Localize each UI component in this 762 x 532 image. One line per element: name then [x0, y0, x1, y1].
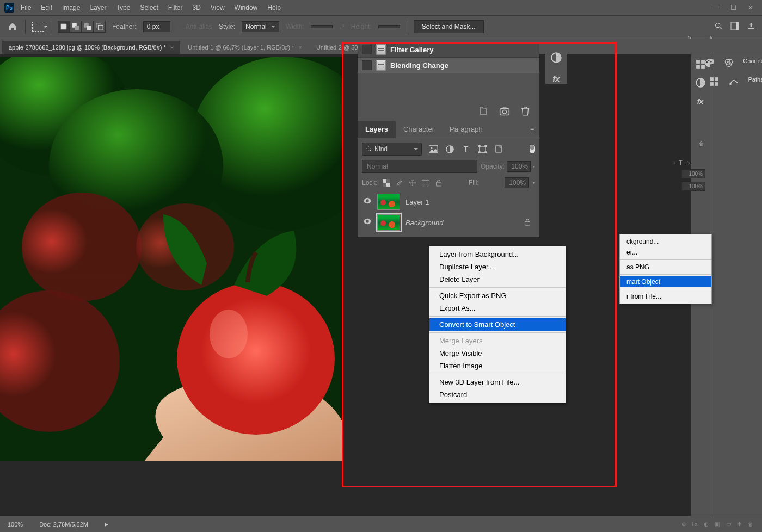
layer-row[interactable]: Layer 1 [362, 191, 535, 212]
menu-layer[interactable]: Layer [90, 4, 106, 11]
share-icon[interactable] [747, 22, 755, 32]
sel-new-icon[interactable] [58, 21, 70, 33]
feather-input[interactable]: 0 px [143, 21, 170, 32]
layer-row[interactable]: Background [362, 212, 535, 233]
trash-icon[interactable] [521, 106, 530, 117]
panel-menu-icon[interactable]: ≡ [525, 126, 539, 133]
color-panel-icon[interactable] [704, 58, 715, 69]
close-tab-icon[interactable]: × [170, 44, 174, 51]
visibility-icon[interactable] [363, 218, 372, 227]
height-label: Height: [351, 23, 372, 30]
select-and-mask-button[interactable]: Select and Mask... [414, 20, 484, 33]
zoom-level[interactable]: 100% [8, 521, 23, 528]
minimize-icon[interactable]: — [711, 4, 721, 11]
ctx-er-[interactable]: er... [620, 247, 711, 258]
ctx-r-from-file-[interactable]: r from File... [620, 291, 711, 302]
marquee-tool-icon[interactable] [32, 22, 44, 32]
style-select[interactable]: Normal [242, 21, 279, 32]
ctx-layer-from-background-[interactable]: Layer from Background... [429, 248, 566, 261]
svg-rect-0 [61, 24, 67, 30]
ctx-merge-visible[interactable]: Merge Visible [429, 347, 566, 360]
ctx-delete-layer[interactable]: Delete Layer [429, 273, 566, 286]
layer-name[interactable]: Layer 1 [405, 198, 429, 206]
ctx-flatten-image[interactable]: Flatten Image [429, 360, 566, 372]
sel-add-icon[interactable] [70, 21, 82, 33]
fill-value[interactable]: 100% [505, 177, 529, 188]
blend-mode-select[interactable]: Normal [362, 160, 477, 173]
ctx-mart-object[interactable]: mart Object [620, 276, 711, 287]
menu-help[interactable]: Help [267, 4, 281, 11]
paths-panel-icon[interactable] [728, 76, 739, 87]
doc-size[interactable]: Doc: 2,76M/5,52M [39, 521, 88, 528]
menu-view[interactable]: View [211, 4, 225, 11]
adjustments-strip-icon[interactable] [695, 77, 706, 88]
filter-gallery-row[interactable]: Filter Gallery [358, 42, 539, 58]
ctx-convert-to-smart-object[interactable]: Convert to Smart Object [429, 318, 566, 331]
search-icon[interactable] [714, 22, 723, 32]
camera-icon[interactable] [499, 106, 510, 117]
layer-context-menu-echo: ckground...er...as PNGmart Objectr from … [619, 234, 712, 304]
fx-icon[interactable]: fx [551, 73, 562, 84]
layer-thumbnail[interactable] [377, 194, 400, 210]
lock-brush-icon[interactable] [395, 178, 404, 187]
filter-switch[interactable] [530, 145, 535, 153]
ctx-duplicate-layer-[interactable]: Duplicate Layer... [429, 261, 566, 273]
tab-paragraph[interactable]: Paragraph [442, 121, 490, 138]
lock-icon[interactable] [524, 218, 531, 227]
document-tab[interactable]: Untitled-1 @ 66,7% (Layer 1, RGB/8#) *× [181, 41, 309, 54]
opacity-value[interactable]: 100% [507, 161, 531, 172]
layer-name[interactable]: Background [405, 219, 443, 227]
window-controls: — ☐ ✕ [711, 4, 755, 11]
filter-smart-icon[interactable] [494, 144, 503, 154]
lock-all-icon[interactable] [434, 178, 443, 187]
menu-select[interactable]: Select [140, 4, 158, 11]
menu-edit[interactable]: Edit [41, 4, 52, 11]
checkbox-icon[interactable] [362, 45, 372, 54]
filter-adjust-icon[interactable] [445, 144, 454, 154]
tab-character[interactable]: Character [396, 121, 442, 138]
layer-filter-kind[interactable]: Kind [362, 143, 422, 156]
ctx-as-png[interactable]: as PNG [620, 262, 711, 273]
sel-intersect-icon[interactable] [94, 21, 106, 33]
ctx-new-d-layer-from-file-[interactable]: New 3D Layer from File... [429, 376, 566, 388]
channels-label[interactable]: Channels [743, 58, 762, 69]
menu-filter[interactable]: Filter [168, 4, 183, 11]
lock-artboard-icon[interactable] [421, 178, 430, 187]
collapse-dock-icon[interactable]: » [687, 34, 691, 41]
home-icon[interactable] [7, 21, 19, 33]
menu-type[interactable]: Type [116, 4, 130, 11]
swatches-panel-icon[interactable] [709, 76, 720, 87]
styles-strip-icon[interactable]: fx [695, 96, 706, 107]
ctx-quick-export-as-png[interactable]: Quick Export as PNG [429, 289, 566, 302]
blending-change-row[interactable]: Blending Change [358, 58, 539, 73]
ctx-ckground-[interactable]: ckground... [620, 236, 711, 247]
lock-trans-icon[interactable] [382, 178, 391, 187]
ctx-export-as-[interactable]: Export As... [429, 302, 566, 314]
filter-type-icon[interactable]: T [461, 144, 471, 154]
svg-point-39 [367, 147, 370, 150]
lock-move-icon[interactable] [408, 178, 417, 187]
channels-panel-icon[interactable] [723, 58, 734, 69]
filter-shape-icon[interactable] [477, 144, 487, 154]
maximize-icon[interactable]: ☐ [728, 4, 738, 11]
sel-subtract-icon[interactable] [82, 21, 94, 33]
menu-image[interactable]: Image [62, 4, 80, 11]
visibility-icon[interactable] [363, 197, 372, 206]
collapse-dock2-icon[interactable]: « [709, 34, 713, 41]
filter-pixel-icon[interactable] [428, 144, 438, 154]
menu-file[interactable]: File [21, 4, 31, 11]
document-tab[interactable]: apple-2788662_1280.jpg @ 100% (Backgroun… [2, 41, 180, 54]
trash-mini-icon[interactable]: 🗑 [699, 141, 704, 147]
tab-layers[interactable]: Layers [358, 121, 396, 138]
adjustments-icon[interactable] [551, 52, 562, 63]
menu-3d[interactable]: 3D [192, 4, 200, 11]
menu-window[interactable]: Window [235, 4, 258, 11]
ctx-postcard[interactable]: Postcard [429, 388, 566, 401]
close-tab-icon[interactable]: × [298, 44, 302, 51]
workspace-icon[interactable] [730, 22, 739, 32]
close-icon[interactable]: ✕ [746, 4, 755, 11]
checkbox-icon[interactable] [362, 60, 372, 70]
new-snapshot-icon[interactable] [478, 106, 488, 117]
layer-thumbnail[interactable] [377, 214, 400, 231]
paths-label[interactable]: Paths [748, 76, 762, 87]
